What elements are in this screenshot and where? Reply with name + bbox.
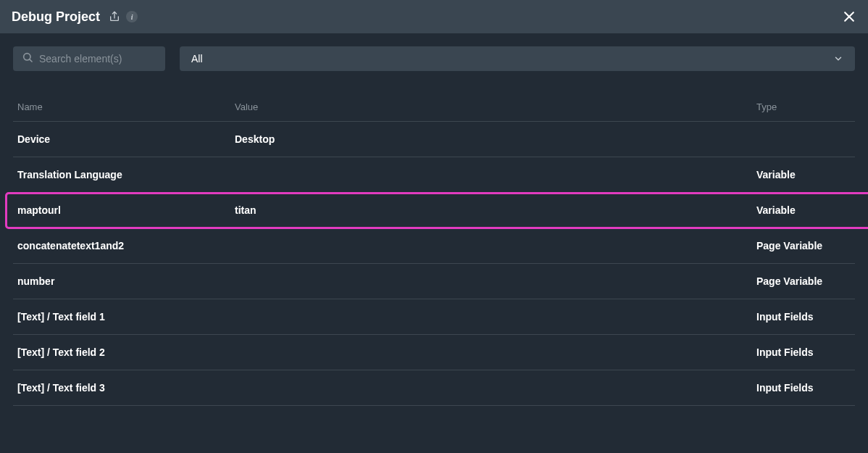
column-header-name[interactable]: Name (17, 101, 235, 112)
header-icons: i (109, 11, 138, 22)
cell-name: concatenatetext1and2 (17, 240, 235, 252)
close-button[interactable] (838, 5, 861, 28)
cell-type: Input Fields (756, 311, 851, 323)
cell-name: number (17, 275, 235, 287)
column-header-value[interactable]: Value (235, 101, 756, 112)
cell-name: [Text] / Text field 1 (17, 311, 235, 323)
info-icon[interactable]: i (126, 11, 138, 22)
table-header-row: Name Value Type (13, 93, 855, 122)
table-row[interactable]: [Text] / Text field 1Input Fields (13, 299, 855, 335)
cell-name: maptourl (17, 204, 235, 216)
filter-selected-label: All (191, 53, 203, 65)
cell-type: Variable (756, 204, 851, 216)
filter-dropdown[interactable]: All (180, 46, 855, 71)
cell-name: Translation Language (17, 169, 235, 180)
table-row[interactable]: [Text] / Text field 2Input Fields (13, 335, 855, 370)
debug-table: Name Value Type DeviceDesktopTranslation… (0, 71, 868, 406)
column-header-type[interactable]: Type (756, 101, 851, 112)
search-field-wrap[interactable] (13, 46, 165, 71)
controls-row: All (0, 33, 868, 71)
share-icon[interactable] (109, 11, 120, 22)
search-icon (22, 51, 33, 66)
table-row[interactable]: Translation LanguageVariable (13, 157, 855, 193)
table-row[interactable]: numberPage Variable (13, 264, 855, 299)
page-title: Debug Project (12, 9, 100, 25)
search-input[interactable] (39, 53, 166, 65)
cell-name: Device (17, 133, 235, 145)
cell-type: Page Variable (756, 240, 851, 252)
header-bar: Debug Project i (0, 0, 868, 33)
table-row[interactable]: concatenatetext1and2Page Variable (13, 228, 855, 264)
chevron-down-icon (833, 54, 843, 64)
table-row[interactable]: DeviceDesktop (13, 122, 855, 157)
table-row[interactable]: maptourltitanVariable (6, 193, 868, 228)
cell-value: Desktop (235, 133, 756, 145)
cell-type: Variable (756, 169, 851, 180)
svg-line-4 (30, 59, 32, 62)
cell-type: Input Fields (756, 382, 851, 394)
cell-type: Page Variable (756, 275, 851, 287)
cell-name: [Text] / Text field 2 (17, 346, 235, 358)
table-row[interactable]: [Text] / Text field 3Input Fields (13, 370, 855, 406)
cell-name: [Text] / Text field 3 (17, 382, 235, 394)
cell-value: titan (235, 204, 756, 216)
cell-type: Input Fields (756, 346, 851, 358)
